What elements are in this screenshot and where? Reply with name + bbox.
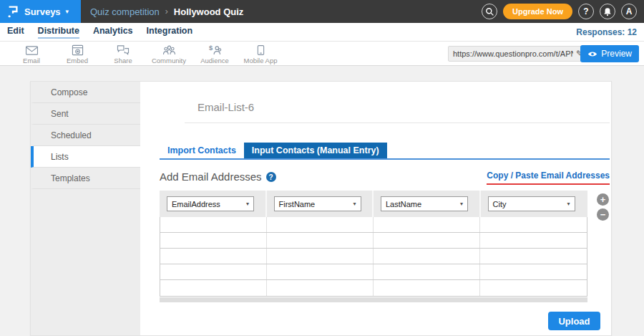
- help-icon[interactable]: ?: [266, 172, 276, 182]
- grid-cell[interactable]: [480, 217, 587, 232]
- contact-row: [160, 233, 587, 249]
- column-select-city[interactable]: City ▾: [488, 196, 575, 211]
- top-bar: Surveys ▾ Quiz competition › Hollywood Q…: [0, 0, 644, 23]
- copy-paste-emails-link[interactable]: Copy / Paste Email Addresses: [487, 171, 610, 185]
- question-mark-icon: ?: [583, 6, 588, 16]
- embed-icon: [72, 43, 84, 56]
- grid-cell[interactable]: [267, 217, 374, 232]
- breadcrumb-parent[interactable]: Quiz competition: [90, 6, 160, 17]
- contacts-table: EmailAddress ▾ FirstName ▾: [160, 191, 587, 302]
- survey-nav: Edit Distribute Analytics Integration Re…: [0, 23, 644, 42]
- grid-cell[interactable]: [267, 249, 374, 264]
- row-controls: + −: [597, 191, 610, 302]
- toolbar-embed[interactable]: Embed: [54, 43, 100, 64]
- column-select-firstname[interactable]: FirstName ▾: [274, 196, 361, 211]
- community-icon: [162, 43, 176, 56]
- grid-cell[interactable]: [374, 249, 480, 264]
- toolbar-share[interactable]: Share: [100, 43, 146, 64]
- chevron-down-icon: ▾: [66, 8, 69, 15]
- grid-cell[interactable]: [267, 233, 374, 248]
- responses-count[interactable]: Responses: 12: [576, 27, 637, 37]
- toolbar-email[interactable]: Email: [9, 43, 54, 64]
- add-row-button[interactable]: +: [597, 193, 609, 206]
- sidebar-item-compose[interactable]: Compose: [31, 82, 140, 103]
- sidebar-item-lists[interactable]: Lists: [31, 146, 140, 168]
- breadcrumb-separator-icon: ›: [165, 6, 168, 16]
- toolbar-community[interactable]: Community: [146, 43, 192, 64]
- preview-label: Preview: [601, 49, 632, 59]
- toolbar-mobile-app[interactable]: Mobile App: [238, 43, 283, 64]
- grid-cell[interactable]: [480, 233, 587, 248]
- bell-icon: [603, 7, 612, 16]
- sidebar-item-templates[interactable]: Templates: [31, 168, 140, 189]
- share-icon: [117, 43, 130, 56]
- preview-button[interactable]: Preview: [580, 45, 639, 62]
- toolbar-audience[interactable]: $ Audience: [192, 43, 238, 64]
- questionpro-logo-icon: [6, 4, 19, 19]
- column-header-cell: LastName ▾: [374, 191, 481, 217]
- column-header-cell: FirstName ▾: [267, 191, 374, 217]
- sidebar-item-sent[interactable]: Sent: [31, 103, 140, 125]
- chevron-down-icon: ▾: [246, 201, 249, 207]
- tab-import-contacts[interactable]: Import Contacts: [160, 143, 244, 158]
- sidebar-item-scheduled[interactable]: Scheduled: [31, 125, 140, 146]
- upgrade-now-button[interactable]: Upgrade Now: [503, 4, 572, 19]
- grid-cell[interactable]: [267, 264, 374, 279]
- grid-cell[interactable]: [160, 233, 267, 248]
- horizontal-scrollbar[interactable]: [160, 297, 587, 302]
- section-title: Add Email Addresses: [160, 171, 262, 183]
- column-header-cell: EmailAddress ▾: [160, 191, 267, 217]
- grid-cell[interactable]: [374, 233, 480, 248]
- grid-cell[interactable]: [374, 217, 480, 232]
- contact-row: [160, 280, 587, 296]
- grid-cell[interactable]: [480, 264, 587, 279]
- email-sidebar: Compose Sent Scheduled Lists Templates: [31, 82, 140, 335]
- help-button[interactable]: ?: [578, 4, 594, 19]
- upload-button[interactable]: Upload: [548, 312, 600, 330]
- grid-cell[interactable]: [374, 264, 480, 279]
- survey-url-value: https://www.questionpro.com/t/APNrFZ: [453, 49, 573, 58]
- nav-tab-distribute[interactable]: Distribute: [38, 26, 79, 39]
- mobile-app-icon: [257, 43, 265, 56]
- grid-cell[interactable]: [160, 280, 267, 296]
- avatar[interactable]: A: [621, 4, 637, 19]
- nav-tab-analytics[interactable]: Analytics: [93, 26, 133, 39]
- breadcrumb: Quiz competition › Hollywood Quiz: [90, 6, 243, 17]
- eye-icon: [587, 51, 597, 57]
- grid-cell[interactable]: [160, 249, 267, 264]
- product-menu[interactable]: Surveys ▾: [0, 0, 81, 23]
- tab-input-contacts-manual[interactable]: Input Contacts (Manual Entry): [244, 143, 387, 158]
- search-icon: [485, 7, 494, 16]
- breadcrumb-current: Hollywood Quiz: [174, 6, 244, 17]
- column-select-lastname[interactable]: LastName ▾: [381, 196, 468, 211]
- notifications-button[interactable]: [600, 4, 615, 19]
- product-menu-label: Surveys: [24, 6, 61, 17]
- grid-cell[interactable]: [160, 217, 267, 232]
- list-title: Email-List-6: [197, 101, 610, 113]
- list-title-block: Email-List-6: [185, 82, 610, 123]
- chevron-down-icon: ▾: [353, 201, 356, 207]
- column-header-cell: City ▾: [481, 191, 588, 217]
- grid-cell[interactable]: [267, 280, 374, 296]
- contact-row: [160, 264, 587, 280]
- column-select-emailaddress[interactable]: EmailAddress ▾: [167, 196, 254, 211]
- email-lists-panel: Compose Sent Scheduled Lists Templates E…: [30, 81, 612, 336]
- svg-text:$: $: [209, 44, 213, 52]
- nav-tab-integration[interactable]: Integration: [147, 26, 193, 39]
- grid-cell[interactable]: [480, 249, 587, 264]
- list-detail-content: Email-List-6 Import Contacts Input Conta…: [140, 82, 622, 335]
- remove-row-button[interactable]: −: [597, 208, 609, 221]
- grid-cell[interactable]: [374, 280, 480, 296]
- search-button[interactable]: [482, 4, 497, 19]
- column-mapping-row: EmailAddress ▾ FirstName ▾: [160, 191, 587, 217]
- page-background: Compose Sent Scheduled Lists Templates E…: [0, 66, 644, 336]
- contact-row: [160, 217, 587, 233]
- grid-cell[interactable]: [160, 264, 267, 279]
- nav-tab-edit[interactable]: Edit: [7, 26, 24, 39]
- avatar-initial: A: [626, 6, 633, 16]
- contact-row: [160, 249, 587, 264]
- grid-cell[interactable]: [480, 280, 587, 296]
- survey-url-field[interactable]: https://www.questionpro.com/t/APNrFZ ✎: [448, 46, 588, 62]
- add-emails-header: Add Email Addresses ? Copy / Paste Email…: [160, 171, 610, 186]
- contacts-grid: EmailAddress ▾ FirstName ▾: [160, 191, 610, 302]
